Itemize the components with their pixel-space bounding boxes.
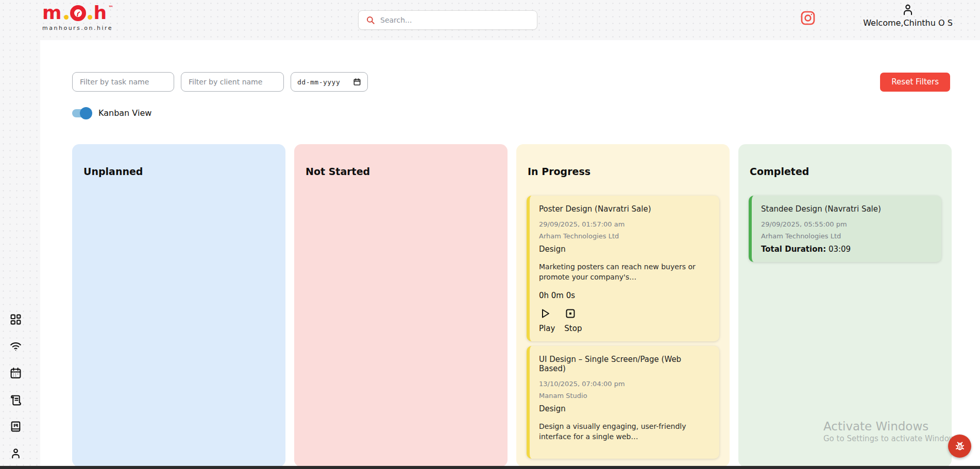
view-toggle-row: Kanban View xyxy=(72,108,151,118)
column-title: Not Started xyxy=(306,166,497,177)
column-title: Completed xyxy=(750,166,941,177)
app-logo: m h ™ manhours.on.hire xyxy=(42,4,113,31)
card-actions: PlayStop xyxy=(539,307,710,333)
task-card[interactable]: Standee Design (Navratri Sale)29/09/2025… xyxy=(749,196,941,262)
kanban-column-not-started: Not Started xyxy=(294,144,508,467)
column-title: In Progress xyxy=(528,166,719,177)
stop-button[interactable]: Stop xyxy=(564,307,582,333)
app-header: m h ™ manhours.on.hire Welcome,Chinthu O… xyxy=(0,0,980,40)
card-category: Design xyxy=(539,245,710,254)
card-timer: 0h 0m 0s xyxy=(539,291,710,300)
card-datetime: 29/09/2025, 01:57:00 am xyxy=(539,220,710,228)
filter-client-input[interactable] xyxy=(181,72,284,92)
column-title: Unplanned xyxy=(83,166,275,177)
logo-dot xyxy=(88,15,92,20)
task-card[interactable]: UI Design – Single Screen/Page (Web Base… xyxy=(527,346,719,459)
card-client: Manam Studio xyxy=(539,392,710,399)
kanban-view-label: Kanban View xyxy=(98,108,151,118)
card-category: Design xyxy=(539,404,710,413)
calendar-icon[interactable] xyxy=(9,367,22,379)
kanban-column-completed: CompletedStandee Design (Navratri Sale)2… xyxy=(738,144,952,467)
play-icon xyxy=(539,307,551,322)
stop-icon xyxy=(564,307,577,322)
card-total-duration: Total Duration: 03:09 xyxy=(761,245,932,254)
task-card[interactable]: Poster Design (Navratri Sale)29/09/2025,… xyxy=(527,196,719,341)
date-placeholder: dd-mm-yyyy xyxy=(297,78,340,86)
search-bar[interactable] xyxy=(358,10,537,30)
card-datetime: 13/10/2025, 07:04:00 pm xyxy=(539,380,710,388)
logo-clock-o-icon xyxy=(70,5,86,21)
action-label: Stop xyxy=(564,324,582,333)
scroll-tasks-icon[interactable] xyxy=(9,393,22,406)
report-bug-button[interactable] xyxy=(948,435,971,458)
card-description: Marketing posters can reach new buyers o… xyxy=(539,262,710,283)
instagram-icon[interactable] xyxy=(800,10,816,26)
filter-date-input[interactable]: dd-mm-yyyy xyxy=(291,72,368,92)
filter-task-input[interactable] xyxy=(72,72,174,92)
search-input[interactable] xyxy=(380,16,530,24)
kanban-board: UnplannedNot StartedIn ProgressPoster De… xyxy=(72,144,952,467)
kanban-column-unplanned: Unplanned xyxy=(72,144,285,467)
logo-trademark: ™ xyxy=(108,5,113,10)
toggle-knob xyxy=(80,107,92,119)
card-title: Standee Design (Navratri Sale) xyxy=(761,204,932,214)
kanban-column-in-progress: In ProgressPoster Design (Navratri Sale)… xyxy=(516,144,730,467)
user-icon xyxy=(901,3,915,16)
column-cards: Standee Design (Navratri Sale)29/09/2025… xyxy=(749,196,941,262)
reset-filters-button[interactable]: Reset Filters xyxy=(880,73,950,92)
main-content: dd-mm-yyyy Reset Filters Kanban View Unp… xyxy=(40,40,980,469)
card-client: Arham Technologies Ltd xyxy=(761,232,932,240)
search-icon xyxy=(366,15,375,25)
sidebar-nav xyxy=(0,0,40,469)
logo-letter-h: h xyxy=(94,4,108,22)
window-bottom-edge xyxy=(0,466,980,469)
welcome-text: Welcome,Chinthu O S xyxy=(863,18,953,28)
book-icon[interactable] xyxy=(9,420,22,433)
card-title: Poster Design (Navratri Sale) xyxy=(539,204,710,214)
card-datetime: 29/09/2025, 05:55:00 pm xyxy=(761,220,932,228)
user-menu[interactable]: Welcome,Chinthu O S xyxy=(839,3,977,28)
calendar-picker-icon[interactable] xyxy=(353,78,361,86)
column-cards: Poster Design (Navratri Sale)29/09/2025,… xyxy=(527,196,719,459)
card-description: Design a visually engaging, user-friendl… xyxy=(539,422,710,442)
card-title: UI Design – Single Screen/Page (Web Base… xyxy=(539,355,710,373)
filters-bar: dd-mm-yyyy Reset Filters xyxy=(72,72,950,92)
logo-letter-m: m xyxy=(42,4,62,22)
kanban-view-toggle[interactable] xyxy=(72,109,91,117)
play-button[interactable]: Play xyxy=(539,307,555,333)
profile-icon[interactable] xyxy=(9,447,22,460)
card-client: Arham Technologies Ltd xyxy=(539,232,710,240)
action-label: Play xyxy=(539,324,555,333)
dashboard-icon[interactable] xyxy=(9,313,22,326)
wifi-icon[interactable] xyxy=(9,340,22,353)
bug-icon xyxy=(953,440,967,453)
logo-dot xyxy=(64,15,69,20)
logo-tagline: manhours.on.hire xyxy=(42,25,113,31)
